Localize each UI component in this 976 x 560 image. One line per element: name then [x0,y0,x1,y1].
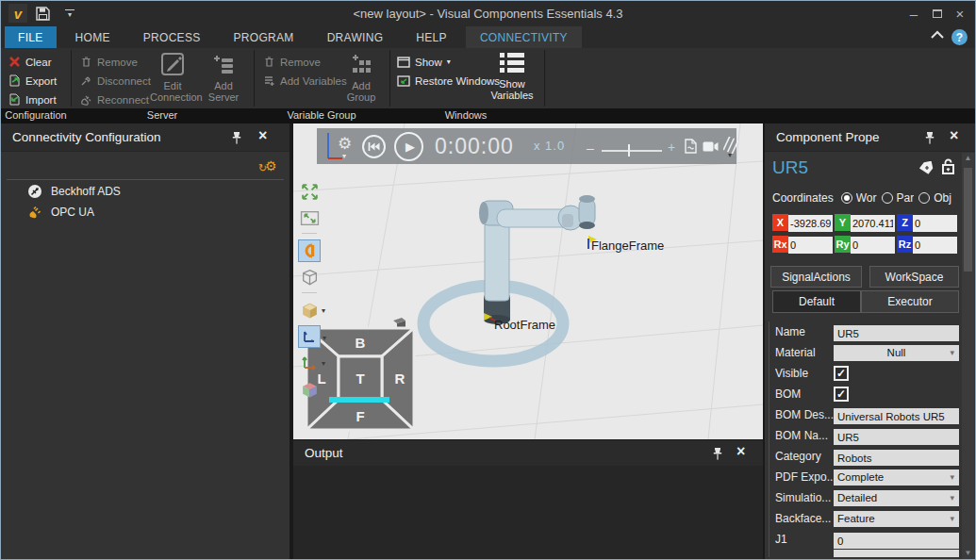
disconnect-button[interactable]: Disconnect [80,72,151,90]
material-dropdown[interactable]: Null▾ [834,345,959,361]
fill-view-icon[interactable] [298,206,321,229]
close-icon[interactable]: × [736,445,745,458]
scroll-up-icon[interactable]: ▲ [962,153,974,164]
view-cube-toggle-icon[interactable] [298,378,321,401]
bom-name-input[interactable] [834,429,959,445]
output-console[interactable] [293,467,763,560]
floor-grid-icon[interactable]: ▾ [298,299,321,321]
speed-increase-icon[interactable]: + [668,140,675,155]
variable-remove-button[interactable]: Remove [263,53,321,71]
tab-file[interactable]: FILE [5,26,57,48]
pin-icon[interactable] [230,131,243,145]
add-server-button[interactable]: Add Server [201,51,246,103]
coordinates-world-radio[interactable] [841,192,852,204]
dropdown-icon[interactable]: ▾ [322,359,325,368]
backface-dropdown[interactable]: Feature▾ [834,511,959,527]
unlock-icon[interactable] [941,158,955,174]
minimize-button[interactable]: – [902,1,926,25]
speed-slider[interactable] [602,150,662,152]
zoom-to-fit-icon[interactable] [298,180,321,203]
window-icon [397,57,410,68]
reset-simulation-button[interactable] [362,135,386,158]
help-button[interactable]: ? [951,29,968,45]
close-window-button[interactable]: × [948,1,972,25]
category-input[interactable] [834,450,959,466]
properties-scrollbar[interactable]: ▲ ▼ [962,153,974,559]
visible-checkbox[interactable]: ✓ [834,366,849,381]
reconnect-button[interactable]: Reconnect [80,91,149,108]
coordinates-object-radio[interactable] [918,192,930,204]
tab-connectivity[interactable]: CONNECTIVITY [466,26,582,48]
tab-workspace[interactable]: WorkSpace [869,266,959,288]
connectivity-item-beckhoff-ads[interactable]: Beckhoff ADS [27,181,282,202]
record-video-icon[interactable] [703,141,719,152]
tab-drawing[interactable]: DRAWING [313,26,398,48]
simulation-dropdown[interactable]: Detailed▾ [834,490,959,506]
collapse-ribbon-icon[interactable] [930,30,945,40]
save-icon[interactable] [35,6,51,22]
bom-description-input[interactable] [834,408,959,424]
tag-icon[interactable] [918,161,935,175]
frame-display-icon[interactable]: ▾ [298,325,321,348]
j1-input[interactable] [834,533,959,549]
coordinates-world-label[interactable]: Wor [856,191,877,205]
animation-dropdown-icon[interactable]: ▾ [728,151,732,159]
render-mode-icon[interactable] [298,239,321,262]
tab-help[interactable]: HELP [402,26,461,48]
speed-slider-handle[interactable] [628,144,630,156]
app-logo-icon[interactable]: v [8,4,27,23]
rz-rotation-input[interactable] [913,237,957,254]
z-position-input[interactable] [913,215,957,232]
tab-default[interactable]: Default [772,290,861,313]
property-label: Category [775,450,834,463]
quick-access-customize-icon[interactable]: ▾ [65,9,74,19]
scrollbar-thumb[interactable] [964,168,972,272]
close-icon[interactable]: × [258,129,267,142]
close-icon[interactable]: × [950,129,958,142]
bom-checkbox[interactable]: ✓ [834,387,849,402]
restore-windows-icon [397,75,410,87]
edit-connection-button[interactable]: Edit Connection [150,51,195,103]
import-button[interactable]: Import [8,91,57,108]
tab-process[interactable]: PROCESS [129,26,215,48]
simulation-settings-gear-icon[interactable]: ⚙ [338,134,352,154]
output-panel-header: Output [293,440,763,467]
speed-decrease-icon[interactable]: – [587,140,594,156]
show-variables-button[interactable]: Show Variables [486,51,538,101]
maximize-button[interactable] [925,1,950,25]
pin-icon[interactable] [923,131,936,145]
server-remove-button[interactable]: Remove [80,53,138,71]
name-input[interactable] [834,325,959,341]
rx-rotation-input[interactable] [788,237,833,254]
connectivity-item-opc-ua[interactable]: OPC UA [27,202,282,222]
play-button[interactable]: ▶ [394,132,423,161]
add-variables-button[interactable]: Add Variables [263,72,347,90]
coordinates-object-label[interactable]: Obj [934,191,951,205]
x-position-input[interactable] [788,215,833,232]
dropdown-icon[interactable]: ▾ [323,334,326,342]
ur5-robot[interactable] [479,195,595,324]
coordinates-parent-label[interactable]: Par [897,191,915,205]
export-pdf-icon[interactable] [685,139,697,154]
axes-display-icon[interactable]: ▾ [298,352,321,374]
coordinates-parent-radio[interactable] [882,192,893,204]
settings-dropdown-icon[interactable]: ▾ [342,152,346,160]
dropdown-icon[interactable]: ▾ [322,306,325,315]
ry-rotation-input[interactable] [851,237,895,254]
restore-windows-button[interactable]: Restore Windows [397,72,500,90]
scroll-down-icon[interactable]: ▼ [962,548,974,559]
3d-viewport[interactable]: FlangeFrame RootFrame ⚙ ▾ ▶ 0:00:00 x 1.… [293,124,763,439]
y-position-input[interactable] [851,215,895,232]
export-button[interactable]: Export [8,72,57,90]
tab-executor[interactable]: Executor [861,290,959,313]
reload-configuration-icon[interactable]: ⚙ ↻ [263,158,280,175]
add-group-button[interactable]: Add Group [339,51,384,103]
clear-button[interactable]: Clear [8,53,51,71]
show-button[interactable]: Show ▾ [397,53,451,71]
wireframe-cube-icon[interactable] [298,266,321,288]
pin-icon[interactable] [711,447,724,461]
tab-signal-actions[interactable]: SignalActions [770,266,862,288]
tab-program[interactable]: PROGRAM [220,26,308,48]
pdf-export-dropdown[interactable]: Complete▾ [834,469,959,486]
tab-home[interactable]: HOME [61,26,124,48]
